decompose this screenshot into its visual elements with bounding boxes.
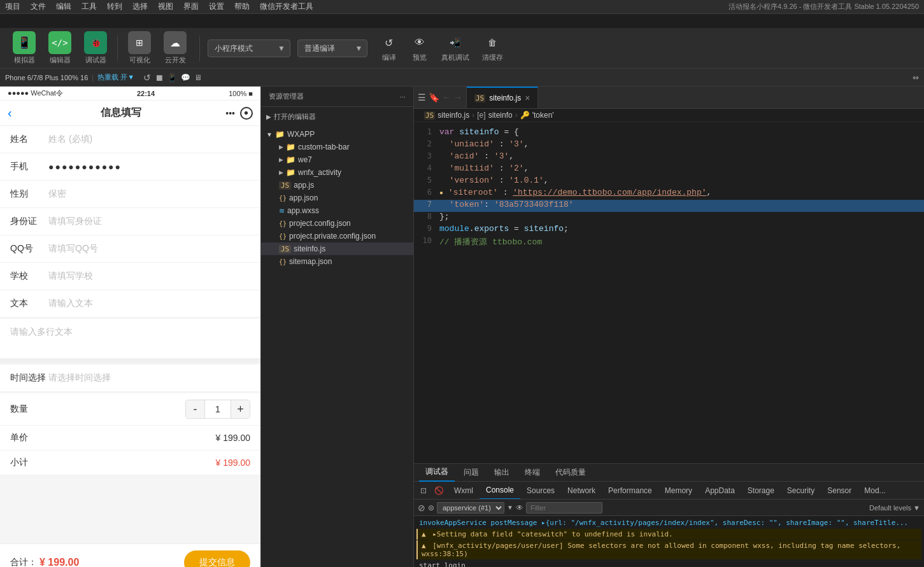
menu-item-edit[interactable]: 编辑 [56, 1, 71, 12]
menu-item-select[interactable]: 选择 [132, 1, 148, 12]
name-input[interactable]: 姓名 (必填) [48, 134, 250, 145]
phone-status-left: ●●●●● WeChat令 [8, 88, 63, 98]
submit-button[interactable]: 提交信息 [184, 550, 250, 567]
file-item-sitemap[interactable]: {} sitemap.json [261, 255, 413, 268]
file-item-custom-tab-bar[interactable]: ▶ 📁 custom-tab-bar [261, 141, 413, 153]
hot-reload[interactable]: 热重载 开▼ [97, 73, 134, 82]
menu-item-settings[interactable]: 设置 [209, 1, 224, 12]
simulator-button[interactable]: 📱 模拟器 [8, 29, 41, 67]
file-label: custom-tab-bar [298, 143, 350, 151]
appdata-tab[interactable]: AppData [699, 482, 741, 500]
bookmark-icon[interactable]: 🔖 [429, 92, 439, 102]
wxapp-folder-header[interactable]: ▼ 📁 WXAPP [261, 128, 413, 141]
menu-item-project[interactable]: 项目 [5, 1, 20, 12]
textarea-field[interactable]: 请输入多行文本 [0, 319, 260, 363]
code-line-7-highlighted: 7 'token': '83a5733403f118' [414, 200, 924, 212]
sensor-tab[interactable]: Sensor [821, 482, 858, 500]
menu-item-view[interactable]: 视图 [158, 1, 173, 12]
file-label: we7 [298, 155, 312, 164]
phone-more-button[interactable]: ••• [225, 108, 235, 118]
phone-icon[interactable]: 📱 [167, 73, 177, 82]
menu-item-file[interactable]: 文件 [31, 1, 46, 12]
tablet-icon[interactable]: 💬 [181, 73, 190, 82]
gender-input[interactable]: 保密 [48, 188, 250, 200]
simulator-label: 模拟器 [14, 55, 35, 65]
preview-button[interactable]: 👁 预览 [406, 31, 434, 65]
file-item-siteinfo[interactable]: JS siteinfo.js [261, 242, 413, 255]
clear-cache-button[interactable]: 🗑 清缓存 [477, 31, 508, 65]
line-content-5: 'version' : '1.0.1', [439, 176, 549, 188]
sources-tab[interactable]: Sources [520, 482, 561, 500]
compile-select[interactable]: 普通编译 [297, 39, 367, 57]
quantity-row: 数量 - 1 + [0, 393, 260, 426]
stop-icon[interactable]: ⏹ [155, 73, 164, 83]
folder-icon: 📁 [286, 143, 295, 151]
file-item-appwxss[interactable]: ≋ app.wxss [261, 204, 413, 217]
file-item-project-private-config[interactable]: {} project.private.config.json [261, 230, 413, 242]
back-nav-icon[interactable]: ← [442, 92, 451, 102]
default-levels-button[interactable]: Default levels ▼ [869, 504, 920, 512]
file-explorer-menu[interactable]: ··· [400, 93, 406, 101]
phone-status-right: 100% ■ [229, 90, 253, 97]
quantity-plus-button[interactable]: + [231, 400, 250, 418]
file-item-we7[interactable]: ▶ 📁 we7 [261, 153, 413, 166]
console-tab-active[interactable]: Console [480, 482, 520, 500]
time-input[interactable]: 请选择时间选择 [48, 372, 250, 384]
file-item-project-config[interactable]: {} project.config.json [261, 217, 413, 230]
issues-tab[interactable]: 问题 [457, 464, 485, 482]
cloud-button[interactable]: ☁ 云开发 [159, 29, 192, 67]
line-number-8: 8 [414, 212, 439, 224]
file-item-appjs[interactable]: JS app.js [261, 179, 413, 192]
output-tab[interactable]: 输出 [488, 464, 516, 482]
memory-tab[interactable]: Memory [658, 482, 699, 500]
layout-icon[interactable]: ⇔ [913, 73, 919, 82]
active-tab[interactable]: JS siteinfo.js × [467, 87, 538, 108]
terminal-tab[interactable]: 终端 [518, 464, 546, 482]
wxml-tab[interactable]: Wxml [448, 482, 480, 500]
id-input[interactable]: 请填写身份证 [48, 216, 250, 227]
debugger-tab[interactable]: 调试器 [419, 464, 455, 482]
forward-nav-icon[interactable]: → [453, 92, 462, 102]
filter-input[interactable] [526, 502, 602, 514]
dt-icon2[interactable]: 🚫 [430, 486, 448, 495]
file-item-wnfx-activity[interactable]: ▶ 📁 wnfx_activity [261, 166, 413, 179]
console-filter-icon[interactable]: ⊜ [428, 503, 434, 512]
visualize-button[interactable]: ⊞ 可视化 [123, 29, 156, 67]
phone-input[interactable]: ●●●●●●●●●●● [48, 162, 250, 172]
code-quality-tab[interactable]: 代码质量 [549, 464, 592, 482]
refresh-icon[interactable]: ↺ [143, 73, 151, 83]
editor-button[interactable]: </> 编辑器 [43, 29, 76, 67]
mode-select[interactable]: 小程序模式 [208, 39, 290, 57]
debugger-button[interactable]: 🐞 调试器 [79, 29, 112, 67]
more-tab[interactable]: Mod... [858, 482, 892, 500]
real-debug-button[interactable]: 📲 真机调试 [436, 31, 474, 65]
menu-item-tools[interactable]: 工具 [82, 1, 97, 12]
menu-item-goto[interactable]: 转到 [107, 1, 122, 12]
network-tab[interactable]: Network [561, 482, 602, 500]
toggle-sidebar-icon[interactable]: ☰ [418, 92, 426, 102]
menu-item-wechat[interactable]: 微信开发者工具 [260, 1, 313, 12]
qq-input[interactable]: 请填写QQ号 [48, 243, 250, 255]
opened-editors-header[interactable]: ▶ 打开的编辑器 [261, 109, 413, 124]
context-select[interactable]: appservice (#1) [437, 502, 504, 514]
dt-icon[interactable]: ⊡ [416, 486, 430, 495]
performance-tab[interactable]: Performance [602, 482, 658, 500]
phone-record-button[interactable]: ⏺ [240, 107, 253, 120]
file-tree: ▼ 📁 WXAPP ▶ 📁 custom-tab-bar ▶ 📁 [261, 127, 413, 567]
console-clear-icon[interactable]: ⊘ [418, 503, 425, 513]
school-input[interactable]: 请填写学校 [48, 270, 250, 282]
quantity-minus-button[interactable]: - [186, 400, 205, 418]
phone-back-button[interactable]: ‹ [8, 106, 12, 120]
compile-action-button[interactable]: ↺ 编译 [375, 31, 403, 65]
screen-icon[interactable]: 🖥 [194, 73, 202, 82]
tab-close-icon[interactable]: × [525, 93, 530, 103]
menu-item-interface[interactable]: 界面 [183, 1, 199, 12]
context-arrow[interactable]: ▼ [507, 504, 513, 511]
menu-item-help[interactable]: 帮助 [234, 1, 250, 12]
security-tab[interactable]: Security [781, 482, 821, 500]
cloud-label: 云开发 [165, 55, 186, 65]
storage-tab[interactable]: Storage [741, 482, 781, 500]
file-item-appjson[interactable]: {} app.json [261, 192, 413, 204]
text-input[interactable]: 请输入文本 [48, 298, 250, 309]
eye-icon[interactable]: 👁 [516, 503, 523, 512]
